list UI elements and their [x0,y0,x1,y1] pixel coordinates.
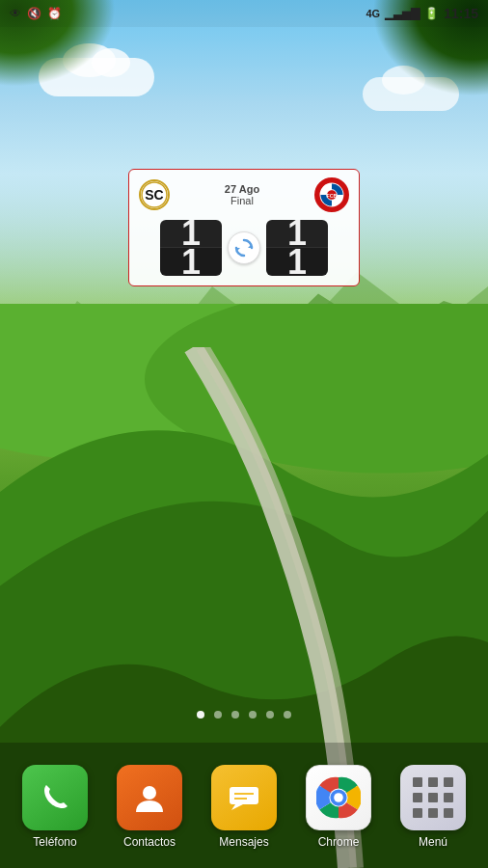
svg-marker-14 [231,804,243,810]
score-separator [228,231,260,264]
page-indicators [0,711,488,719]
app-chrome[interactable]: Chrome [306,765,371,849]
menu-icon [400,765,466,830]
svg-point-12 [143,786,156,800]
chrome-label: Chrome [318,835,360,849]
eye-icon: 👁 [10,7,21,20]
page-dot-3[interactable] [231,711,239,719]
away-score-display: 1 1 [266,220,328,276]
phone-label: Teléfono [33,835,76,849]
svg-text:SC: SC [145,187,163,203]
phone-icon [22,765,88,830]
phone-svg [37,779,73,816]
match-date: 27 Ago [225,183,259,195]
score-widget: SC 27 Ago Final FCB 1 [128,169,360,286]
alarm-icon: ⏰ [47,7,62,20]
4g-icon: 4G [366,8,381,19]
match-info: 27 Ago Final [225,183,259,206]
page-dot-5[interactable] [266,711,274,719]
menu-label: Menú [419,835,447,849]
contacts-icon [117,765,182,830]
time-display: 11:15 [444,6,478,21]
menu-grid [405,770,461,826]
messages-label: Mensajes [219,835,268,849]
refresh-button[interactable] [228,231,260,264]
menu-dot-4 [413,793,422,802]
home-score-display: 1 1 [160,220,222,276]
app-phone[interactable]: Teléfono [22,765,88,849]
app-menu[interactable]: Menú [400,765,466,849]
menu-dot-6 [444,793,453,802]
away-team-logo: FCB [314,177,349,212]
menu-dot-8 [428,808,438,818]
messages-svg [226,779,262,816]
status-bar: 👁 🔇 ⏰ 4G ▁▃▅▇ 🔋 11:15 [0,0,488,27]
away-score-bottom: 1 [266,247,328,276]
chrome-svg [316,775,361,820]
score-row: 1 1 1 1 [160,220,328,276]
match-status: Final [225,195,259,206]
app-messages[interactable]: Mensajes [211,765,277,849]
mute-icon: 🔇 [27,7,41,20]
menu-dot-1 [413,777,422,787]
home-team-logo: SC [139,179,170,210]
home-score-bottom: 1 [160,247,222,276]
menu-dot-2 [428,777,438,787]
svg-text:FCB: FCB [327,193,338,199]
battery-icon: 🔋 [424,7,439,20]
menu-dot-5 [428,793,438,802]
menu-dot-3 [444,777,453,787]
page-dot-2[interactable] [214,711,222,719]
status-left-icons: 👁 🔇 ⏰ [10,7,62,20]
contacts-svg [131,779,168,816]
contacts-label: Contactos [123,835,176,849]
messages-icon [211,765,277,830]
svg-rect-13 [230,787,258,804]
widget-header: SC 27 Ago Final FCB [139,177,349,212]
page-dot-6[interactable] [284,711,291,719]
chrome-icon-bg [306,765,371,830]
svg-point-21 [334,793,343,802]
signal-icon: ▁▃▅▇ [385,7,420,20]
page-dot-4[interactable] [249,711,257,719]
home-score-number-bottom: 1 [181,245,201,280]
refresh-icon [234,238,254,258]
app-dock: Teléfono Contactos Mensajes [0,743,488,868]
status-right-icons: 4G ▁▃▅▇ 🔋 11:15 [366,6,479,21]
menu-dot-9 [444,808,453,818]
menu-dot-7 [413,808,422,818]
away-score-number-bottom: 1 [287,245,307,280]
app-contacts[interactable]: Contactos [117,765,182,849]
page-dot-1[interactable] [197,711,204,719]
